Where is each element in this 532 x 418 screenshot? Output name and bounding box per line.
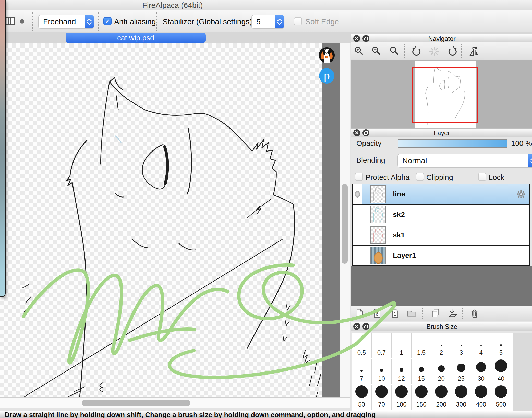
- layer-name: sk1: [393, 231, 405, 239]
- duplicate-layer-button[interactable]: [431, 309, 440, 318]
- brush-size-cell[interactable]: 300: [451, 385, 471, 410]
- brush-size-cell[interactable]: 2: [431, 333, 451, 358]
- brush-size-cell[interactable]: 500: [491, 385, 511, 410]
- brush-size-cell[interactable]: 0.7: [372, 333, 392, 358]
- merge-down-button[interactable]: [448, 309, 458, 318]
- brush-size-cell[interactable]: 7: [352, 359, 372, 384]
- soft-edge-checkbox[interactable]: [294, 17, 302, 25]
- h-scrollbar-thumb[interactable]: [82, 400, 190, 406]
- freehand-tool-select[interactable]: Freehand: [38, 15, 94, 29]
- brush-size-cell[interactable]: 3: [451, 333, 471, 358]
- stepper-icon[interactable]: [528, 154, 532, 167]
- firealpaca-mascot-icon[interactable]: [319, 47, 335, 63]
- brush-size-cell[interactable]: 20: [431, 359, 451, 384]
- alpaca-icon: [319, 47, 335, 63]
- brush-dot: [441, 345, 442, 346]
- blue-sketch-mark: [115, 136, 121, 142]
- pixiv-p-glyph: p: [319, 68, 334, 84]
- stepper-icon[interactable]: [85, 15, 94, 28]
- brush-size-cell[interactable]: 30: [471, 359, 491, 384]
- brush-size-cell[interactable]: 4: [471, 333, 491, 358]
- brush-dot: [435, 385, 448, 398]
- layer-visibility-cell[interactable]: [353, 246, 362, 265]
- brush-size-cell[interactable]: 150: [412, 385, 431, 410]
- zoom-out-icon[interactable]: [371, 46, 382, 56]
- brush-size-cell[interactable]: 15: [412, 359, 431, 384]
- brush-size-cell[interactable]: 12: [392, 359, 412, 384]
- delete-layer-button[interactable]: [470, 309, 479, 318]
- rotate-right-icon[interactable]: [447, 46, 457, 57]
- brush-size-label: 0.7: [377, 349, 386, 356]
- layer-row[interactable]: sk2: [353, 205, 529, 225]
- viewport-rect[interactable]: [412, 67, 478, 123]
- brush-size-cell[interactable]: 1: [392, 333, 412, 358]
- lock-checkbox[interactable]: [478, 173, 486, 181]
- layer-settings-gear-icon[interactable]: [516, 189, 526, 200]
- blending-select[interactable]: Normal: [397, 154, 532, 168]
- anti-aliasing-label: Anti-aliasing: [114, 17, 156, 26]
- brush-size-header: Brush Size: [351, 322, 532, 331]
- brush-dot: [495, 359, 507, 372]
- pasteboard: [322, 43, 340, 397]
- v-scrollbar[interactable]: [340, 43, 350, 397]
- brush-size-cell[interactable]: 50: [352, 385, 372, 410]
- stabilizer-label: Stabilizer (Global settings): [163, 17, 252, 26]
- brush-size-cell[interactable]: 10: [372, 359, 392, 384]
- left-window-edge: [0, 0, 6, 297]
- canvas-region: p: [0, 43, 350, 408]
- brush-size-cell[interactable]: 1.5: [412, 333, 431, 358]
- navigator-separator: [461, 44, 462, 58]
- zoom-reset-icon[interactable]: [389, 46, 400, 56]
- straight-line-stroke: [24, 239, 283, 397]
- brush-size-cell[interactable]: 400: [471, 385, 491, 410]
- brush-dot: [495, 385, 507, 398]
- brush-size-cell[interactable]: 40: [491, 359, 511, 384]
- brush-size-label: 25: [458, 375, 465, 382]
- canvas[interactable]: [0, 43, 322, 397]
- zoom-in-icon[interactable]: [354, 46, 364, 56]
- brush-preset-grid-icon[interactable]: [6, 17, 15, 25]
- h-scrollbar[interactable]: [0, 397, 350, 408]
- layer-panel-title: Layer: [351, 129, 532, 137]
- document-tab[interactable]: cat wip.psd: [66, 33, 206, 43]
- blending-label: Blending: [356, 156, 385, 165]
- navigator-preview-area[interactable]: [351, 60, 532, 128]
- navigator-title: Navigator: [351, 35, 532, 42]
- brush-size-cell[interactable]: 100: [392, 385, 412, 410]
- toolbar: Freehand ✓ Anti-aliasing Stabilizer (Glo…: [0, 10, 532, 32]
- v-scrollbar-thumb[interactable]: [342, 184, 348, 264]
- new-layer-button[interactable]: [356, 309, 364, 318]
- stabilizer-value-select[interactable]: 5: [251, 15, 284, 29]
- new-8bit-layer-button[interactable]: 8: [373, 309, 381, 318]
- brush-size-label: 15: [418, 375, 425, 382]
- new-1bit-layer-button[interactable]: 1: [391, 309, 399, 318]
- stepper-icon[interactable]: [275, 15, 284, 28]
- layer-row[interactable]: sk1: [353, 225, 529, 246]
- protect-alpha-checkbox[interactable]: [355, 173, 363, 181]
- tool-dot-icon[interactable]: [20, 19, 24, 24]
- layer-list-empty-area: [351, 266, 532, 306]
- anti-aliasing-checkbox[interactable]: ✓: [103, 17, 112, 25]
- brush-size-cell[interactable]: 25: [451, 359, 471, 384]
- brush-size-cell[interactable]: 5: [491, 333, 511, 358]
- layer-row[interactable]: Layer1: [353, 246, 529, 265]
- svg-text:8: 8: [376, 311, 378, 317]
- layer-visibility-cell[interactable]: [353, 225, 362, 245]
- clipping-checkbox[interactable]: [416, 173, 424, 181]
- brush-size-cell[interactable]: 200: [431, 385, 451, 410]
- new-folder-button[interactable]: [407, 310, 416, 317]
- brush-size-label: 20: [438, 375, 445, 382]
- brush-dot: [480, 345, 482, 346]
- pixiv-icon[interactable]: p: [319, 68, 334, 84]
- brush-size-cell[interactable]: 0.5: [352, 333, 372, 358]
- opacity-slider[interactable]: [398, 139, 507, 148]
- brush-size-cell[interactable]: 70: [372, 385, 392, 410]
- flip-horizontal-icon[interactable]: [469, 46, 480, 57]
- layer-visibility-cell[interactable]: [353, 184, 362, 204]
- layer-row[interactable]: line: [353, 184, 529, 205]
- layer-visibility-cell[interactable]: [353, 205, 362, 225]
- rotate-left-icon[interactable]: [412, 46, 422, 57]
- clipping-label: Clipping: [426, 173, 453, 182]
- brush-size-label: 400: [476, 401, 486, 408]
- lock-label: Lock: [489, 173, 504, 182]
